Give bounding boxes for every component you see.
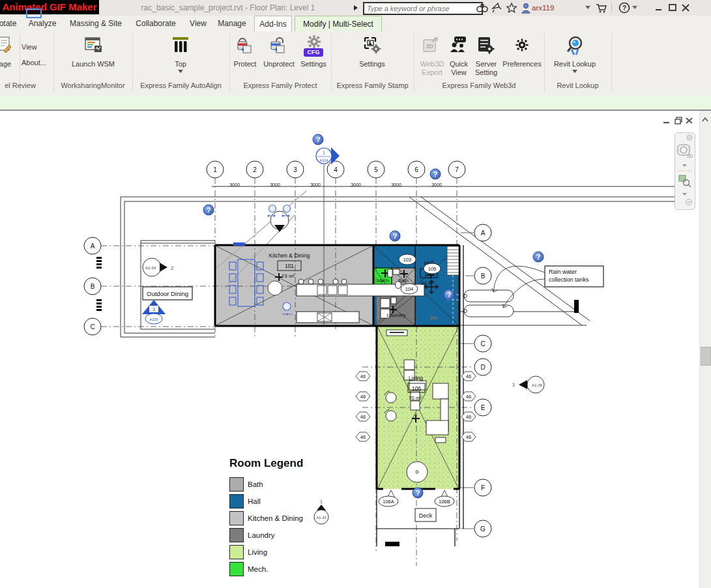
svg-text:DN: DN [430,316,437,320]
svg-text:Bath: Bath [398,278,408,284]
search-input[interactable] [363,2,483,15]
user-dropdown-caret-icon[interactable] [585,6,590,9]
search-flyout-arrow-icon[interactable] [354,5,358,10]
svg-text:3000: 3000 [351,183,361,187]
view-close-button[interactable] [685,116,694,128]
view-restore-button[interactable] [674,116,683,128]
elevation-marker-a135[interactable]: A1-35 3 [512,376,544,393]
tab-modify-multi-select[interactable]: Modify | Multi-Select [295,16,382,31]
preferences-gear-icon[interactable] [515,38,529,55]
legend-swatch-bath [229,477,244,492]
partial-button-label[interactable]: age [0,60,14,68]
revit-lookup-icon[interactable] [565,34,586,59]
protect-settings-button[interactable]: Settings [297,60,330,68]
svg-text:E: E [481,404,486,411]
server-setting-button-line1[interactable]: Server [473,60,499,68]
revit-lookup-caret-icon[interactable] [572,70,577,73]
svg-text:A103: A103 [150,317,158,321]
tab-massing-site[interactable]: Massing & Site [65,16,126,31]
svg-text:1: 1 [323,151,325,155]
svg-text:3: 3 [512,383,515,387]
svg-text:D: D [480,364,485,371]
user-account-icon[interactable] [519,2,532,14]
elevation-marker-selected[interactable] [267,205,290,233]
grid-bubbles-right: A B C D E F G [474,224,491,537]
unprotect-button[interactable]: Unprotect [259,60,298,68]
ribbon: age View About... el Review Launch WSM W… [0,31,711,96]
top-button[interactable]: Top [158,60,203,68]
protect-button[interactable]: Protect [229,60,261,68]
revit-lookup-button[interactable]: Revit Lookup [549,60,601,68]
protect-lock-icon[interactable] [235,35,255,57]
drawing-area[interactable]: 1 2 3 4 5 6 7 30003000 30003000 30003000… [0,111,711,588]
top-dropdown-caret-icon[interactable] [178,70,183,73]
cfg-badge: CFG [304,48,323,57]
quick-view-button-line1[interactable]: Quick [447,60,471,68]
svg-text:Deck: Deck [419,512,433,519]
maximize-button[interactable] [667,3,680,15]
quick-view-icon[interactable] [449,35,469,57]
scrollbar-thumb[interactable] [701,347,711,366]
help-icon[interactable]: ? [618,2,631,14]
svg-text:46: 46 [360,394,366,400]
svg-text:Mech: Mech [377,278,389,284]
stamp-settings-icon[interactable] [362,35,382,57]
panel-label-web3d: Express Family Web3d [414,81,544,92]
manage-image-icon[interactable] [0,35,12,57]
title-bar: Animated GIF Maker rac_basic_sample_proj… [0,0,711,16]
view-button[interactable]: View [22,43,51,51]
tab-add-ins[interactable]: Add-Ins [254,16,292,31]
scrollbar-up-arrow[interactable] [701,115,709,126]
tab-annotate[interactable]: otate [0,16,22,31]
svg-text:3000: 3000 [270,183,280,187]
svg-text:?: ? [207,206,211,214]
svg-text:106A: 106A [383,499,394,505]
about-button[interactable]: About... [22,59,54,66]
favorites-star-icon[interactable] [505,2,518,14]
minimize-button[interactable] [654,3,667,15]
view-minimize-button[interactable] [662,116,671,128]
grid-bubbles-top: 1 2 3 4 5 6 7 [207,161,465,178]
navbar-caret-icon [682,164,687,167]
top-align-icon[interactable] [171,35,190,57]
panel-label-protect: Express Family Protect [229,81,331,92]
question-badge-icon: ? [444,289,454,300]
navigation-bar[interactable]: 2D [675,132,695,210]
legend-row: Kitchen & Dining [229,511,360,525]
tab-collaborate[interactable]: Collaborate [132,16,180,31]
store-cart-icon[interactable] [595,2,608,14]
preferences-button[interactable]: Preferences [499,60,545,68]
server-setting-button-line2[interactable]: Setting [473,68,499,76]
elevation-marker-a134[interactable]: A1-34 2 [143,258,174,276]
server-setting-icon[interactable] [476,35,495,57]
svg-text:A: A [481,229,486,237]
tab-manage[interactable]: Manage [215,16,249,31]
callout-marker-a103[interactable]: 3 A103 [142,300,166,324]
close-button[interactable] [680,3,693,15]
username-label[interactable]: arx119 [532,4,554,12]
svg-text:106: 106 [412,385,421,392]
quick-view-button-line2[interactable]: View [447,68,471,76]
ribbon-tab-row: otate Analyze Massing & Site Collaborate… [0,16,711,31]
tab-view[interactable]: View [186,16,210,31]
steering-wheel-2d-icon: 2D [678,145,693,158]
stamp-settings-button[interactable]: Settings [349,60,395,68]
communication-center-icon[interactable] [491,2,504,14]
gif-selection-handle [26,8,42,18]
search-binoculars-icon[interactable] [476,2,489,14]
svg-text:?: ? [316,136,321,143]
unprotect-lock-icon[interactable] [268,35,288,57]
launch-wsm-button[interactable]: Launch WSM [57,60,129,68]
svg-text:Kitchen & Dining: Kitchen & Dining [269,252,310,259]
panel-label-autoalign: Express Family AutoAlign [132,81,229,92]
panel-label-stamp: Express Family Stamp [331,81,414,92]
web3d-export-icon: 3D [422,35,441,57]
svg-text:46: 46 [360,414,366,420]
svg-text:46: 46 [466,374,471,379]
window-marker [233,243,245,246]
svg-text:1: 1 [213,166,217,173]
help-dropdown-caret-icon[interactable] [632,6,637,9]
navbar-caret-icon [682,193,687,196]
web3d-export-button-line2: Export [417,68,447,76]
launch-wsm-icon[interactable] [83,35,103,57]
